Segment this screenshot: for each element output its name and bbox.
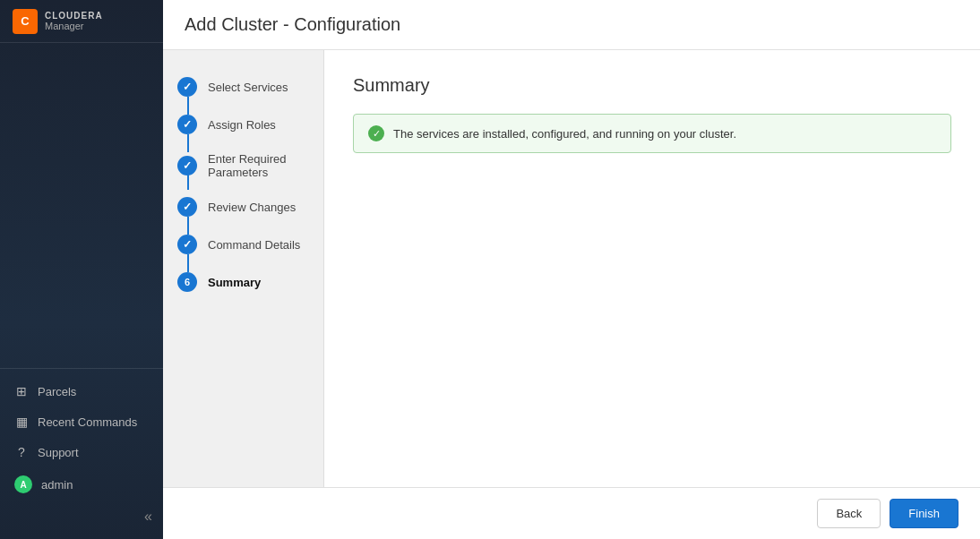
recent-commands-label: Recent Commands: [38, 415, 137, 429]
support-icon: ?: [14, 445, 29, 459]
admin-label: admin: [41, 478, 73, 492]
sidebar-item-support[interactable]: ? Support: [0, 437, 163, 467]
back-button[interactable]: Back: [817, 499, 881, 528]
admin-avatar: A: [14, 475, 32, 493]
content-title: Summary: [353, 75, 951, 96]
step-5-label: Command Details: [208, 238, 300, 252]
support-label: Support: [38, 446, 79, 459]
success-message: The services are installed, configured, …: [393, 127, 736, 141]
main-content: Add Cluster - Configuration Select Servi…: [163, 0, 980, 539]
step-6-circle: 6: [177, 272, 197, 292]
step-1-circle: [177, 77, 197, 97]
success-banner: ✓ The services are installed, configured…: [353, 114, 951, 153]
logo: C CLOUDERA Manager: [0, 0, 163, 43]
step-1-label: Select Services: [208, 81, 288, 94]
step-summary[interactable]: 6 Summary: [163, 263, 323, 301]
collapse-button[interactable]: «: [0, 501, 163, 532]
step-2-label: Assign Roles: [208, 118, 276, 132]
step-5-circle: [177, 235, 197, 254]
brand-name: CLOUDERA: [45, 11, 103, 21]
sidebar-item-recent-commands[interactable]: ▦ Recent Commands: [0, 406, 163, 437]
step-review-changes[interactable]: Review Changes: [163, 188, 323, 226]
step-2-circle: [177, 115, 197, 134]
step-6-label: Summary: [208, 276, 261, 289]
step-enter-required-parameters[interactable]: Enter Required Parameters: [163, 143, 323, 188]
page-title: Add Cluster - Configuration: [185, 14, 400, 35]
page-header: Add Cluster - Configuration: [163, 0, 980, 50]
step-4-label: Review Changes: [208, 201, 296, 214]
logo-icon: C: [13, 9, 38, 34]
sidebar-item-admin[interactable]: A admin: [0, 467, 163, 501]
step-select-services[interactable]: Select Services: [163, 68, 323, 106]
success-icon: ✓: [368, 125, 384, 141]
step-assign-roles[interactable]: Assign Roles: [163, 106, 323, 143]
step-command-details[interactable]: Command Details: [163, 226, 323, 263]
logo-text: CLOUDERA Manager: [45, 11, 103, 31]
recent-commands-icon: ▦: [14, 415, 29, 429]
step-3-label: Enter Required Parameters: [208, 152, 309, 179]
main-body: Select Services Assign Roles Enter Requi…: [163, 50, 980, 487]
parcels-label: Parcels: [38, 385, 76, 398]
brand-sub: Manager: [45, 21, 103, 31]
sidebar: C CLOUDERA Manager ⊞ Parcels ▦ Recent Co…: [0, 0, 163, 539]
finish-button[interactable]: Finish: [890, 499, 959, 528]
sidebar-item-parcels[interactable]: ⊞ Parcels: [0, 376, 163, 406]
sidebar-bottom: ⊞ Parcels ▦ Recent Commands ? Support A …: [0, 368, 163, 539]
step-4-circle: [177, 197, 197, 217]
wizard-steps: Select Services Assign Roles Enter Requi…: [163, 50, 324, 487]
parcels-icon: ⊞: [14, 384, 29, 398]
footer: Back Finish: [163, 487, 980, 539]
step-3-circle: [177, 156, 197, 175]
wizard-content: Summary ✓ The services are installed, co…: [324, 50, 980, 487]
